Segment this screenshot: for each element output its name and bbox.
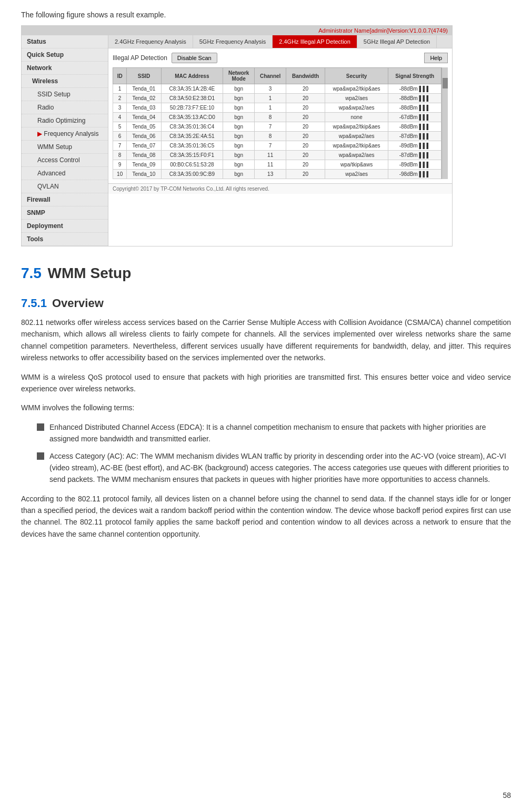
cell-mac: C8:3A:35:1A:2B:4E [161, 84, 223, 94]
cell-security: wpa&wpa2/tkip&aes [325, 84, 388, 94]
sidebar-item-ssid[interactable]: SSID Setup [22, 88, 108, 101]
table-row: 6 Tenda_06 C8:3A:35:2E:4A:51 bgn 8 20 wp… [113, 132, 441, 141]
tab-24ghz-illegal[interactable]: 2.4GHz Illegal AP Detection [273, 35, 357, 48]
cell-channel: 8 [255, 113, 286, 122]
cell-ssid: Tenda_03 [127, 103, 161, 113]
cell-bw: 20 [286, 160, 325, 170]
cell-security: wpa&wpa2/tkip&aes [325, 141, 388, 151]
sidebar-item-quicksetup[interactable]: Quick Setup [22, 48, 108, 62]
sidebar-item-network[interactable]: Network [22, 62, 108, 75]
table-row: 10 Tenda_10 C8:3A:35:00:9C:B9 bgn 13 20 … [113, 170, 441, 179]
table-row: 7 Tenda_07 C8:3A:35:01:36:C5 bgn 7 20 wp… [113, 141, 441, 151]
cell-signal: -88dBm ▌▌▌ [388, 103, 441, 113]
sidebar: Status Quick Setup Network Wireless SSID… [22, 35, 108, 246]
cell-channel: 1 [255, 94, 286, 103]
cell-mode: bgn [223, 160, 255, 170]
signal-icon: ▌▌▌ [419, 133, 430, 139]
cell-mode: bgn [223, 103, 255, 113]
bullet-list: Enhanced Distributed Channel Access (EDC… [37, 421, 511, 486]
content-area: Illegal AP Detection Disable Scan Help I… [108, 48, 452, 183]
signal-icon: ▌▌▌ [419, 114, 430, 120]
cell-ssid: Tenda_02 [127, 94, 161, 103]
body-para4: According to the 802.11 protocol family,… [21, 493, 511, 540]
sidebar-item-status[interactable]: Status [22, 35, 108, 48]
cell-mac: C8:3A:35:01:36:C4 [161, 122, 223, 132]
sidebar-item-tools[interactable]: Tools [22, 233, 108, 246]
table-row: 5 Tenda_05 C8:3A:35:01:36:C4 bgn 7 20 wp… [113, 122, 441, 132]
signal-icon: ▌▌▌ [419, 95, 430, 101]
cell-id: 5 [113, 122, 127, 132]
body-para3: WMM involves the following terms: [21, 402, 511, 413]
cell-channel: 13 [255, 170, 286, 179]
cell-bw: 20 [286, 151, 325, 160]
cell-signal: -87dBm ▌▌▌ [388, 151, 441, 160]
body-para1: 802.11 networks offer wireless access se… [21, 317, 511, 364]
cell-mode: bgn [223, 113, 255, 122]
cell-bw: 20 [286, 141, 325, 151]
cell-security: wpa2/aes [325, 94, 388, 103]
screen-inner: Status Quick Setup Network Wireless SSID… [22, 35, 452, 246]
sidebar-item-freq-analysis[interactable]: Frequency Analysis [22, 127, 108, 141]
sidebar-item-snmp[interactable]: SNMP [22, 206, 108, 220]
cell-mac: C8:3A:35:01:36:C5 [161, 141, 223, 151]
cell-id: 10 [113, 170, 127, 179]
cell-mode: bgn [223, 84, 255, 94]
cell-security: wpa&wpa2/aes [325, 103, 388, 113]
cell-mac: C8:3A:50:E2:38:D1 [161, 94, 223, 103]
bullet-square-2 [37, 452, 44, 460]
section-75-number: 7.5 [21, 265, 42, 281]
cell-bw: 20 [286, 122, 325, 132]
sidebar-item-radio[interactable]: Radio [22, 101, 108, 114]
sidebar-item-qvlan[interactable]: QVLAN [22, 180, 108, 193]
cell-security: wpa/tkip&aws [325, 160, 388, 170]
screenshot-container: Administrator Name[admin]Version:V1.0.0.… [21, 25, 453, 246]
sidebar-item-wmm[interactable]: WMM Setup [22, 141, 108, 154]
cell-security: wpa&wpa2/tkip&aes [325, 122, 388, 132]
cell-channel: 1 [255, 103, 286, 113]
cell-mac: 00:B0:C6:51:53:28 [161, 160, 223, 170]
tab-24ghz-freq[interactable]: 2.4GHz Frequency Analysis [108, 35, 193, 48]
cell-security: none [325, 113, 388, 122]
col-channel: Channel [255, 68, 286, 84]
cell-ssid: Tenda_04 [127, 113, 161, 122]
col-id: ID [113, 68, 127, 84]
cell-id: 2 [113, 94, 127, 103]
cell-mode: bgn [223, 151, 255, 160]
cell-channel: 7 [255, 141, 286, 151]
cell-signal: -67dBm ▌▌▌ [388, 113, 441, 122]
table-row: 1 Tenda_01 C8:3A:35:1A:2B:4E bgn 3 20 wp… [113, 84, 441, 94]
table-row: 3 Tenda_03 50:2B:73:F7:EE:10 bgn 1 20 wp… [113, 103, 441, 113]
tab-bar: 2.4GHz Frequency Analysis 5GHz Frequency… [108, 35, 452, 48]
cell-signal: -89dBm ▌▌▌ [388, 160, 441, 170]
scrollbar[interactable] [441, 67, 448, 179]
tab-5ghz-illegal[interactable]: 5GHz Illegal AP Detection [357, 35, 437, 48]
cell-mac: 50:2B:73:F7:EE:10 [161, 103, 223, 113]
cell-id: 4 [113, 113, 127, 122]
sidebar-item-access[interactable]: Access Control [22, 154, 108, 167]
cell-mac: C8:3A:35:15:F0:F1 [161, 151, 223, 160]
cell-channel: 3 [255, 84, 286, 94]
cell-channel: 7 [255, 122, 286, 132]
body-para2: WMM is a wireless QoS protocol used to e… [21, 371, 511, 395]
action-left: Illegal AP Detection Disable Scan [113, 53, 217, 63]
cell-ssid: Tenda_06 [127, 132, 161, 141]
cell-signal: -89dBm ▌▌▌ [388, 141, 441, 151]
section-751-title: Overview [49, 297, 104, 310]
cell-ssid: Tenda_10 [127, 170, 161, 179]
table-row: 2 Tenda_02 C8:3A:50:E2:38:D1 bgn 1 20 wp… [113, 94, 441, 103]
section-75-title: WMM Setup [44, 265, 131, 281]
cell-mode: bgn [223, 132, 255, 141]
section-751-heading: 7.5.1 Overview [21, 297, 511, 310]
disable-scan-button[interactable]: Disable Scan [172, 53, 217, 63]
sidebar-item-wireless[interactable]: Wireless [22, 75, 108, 88]
sidebar-item-deployment[interactable]: Deployment [22, 220, 108, 233]
tab-5ghz-freq[interactable]: 5GHz Frequency Analysis [193, 35, 273, 48]
cell-ssid: Tenda_09 [127, 160, 161, 170]
sidebar-item-firewall[interactable]: Firewall [22, 193, 108, 206]
cell-signal: -88dBm ▌▌▌ [388, 94, 441, 103]
sidebar-item-radio-opt[interactable]: Radio Optimizing [22, 114, 108, 127]
cell-channel: 11 [255, 160, 286, 170]
sidebar-item-advanced[interactable]: Advanced [22, 167, 108, 180]
cell-signal: -98dBm ▌▌▌ [388, 170, 441, 179]
help-button[interactable]: Help [424, 53, 448, 63]
